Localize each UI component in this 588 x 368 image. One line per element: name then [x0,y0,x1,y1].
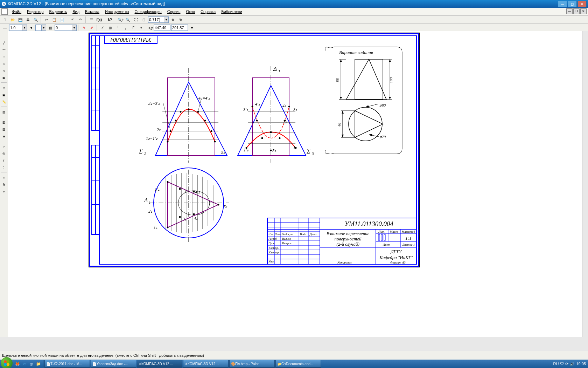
task-item[interactable]: ✳КОМПАС-3D V12 ... [183,360,229,368]
expand-icon[interactable]: » [1,189,7,195]
mdi-minimize[interactable]: — [566,8,573,14]
menu-select[interactable]: Выделить [46,9,70,14]
eraser-icon[interactable]: ✎ [80,24,88,31]
aux-icon[interactable]: ✦ [138,24,145,31]
measure-tool-icon[interactable]: 📏 [1,99,7,105]
misc1-icon[interactable]: ○ [1,143,7,150]
round-icon[interactable]: Г [130,24,137,31]
mdi-restore[interactable]: ❐ [573,8,580,14]
tray-clock[interactable]: 19:05 [576,362,586,366]
redo-icon[interactable]: ↷ [77,16,84,23]
zoom-input[interactable] [148,16,164,23]
menu-window[interactable]: Окно [183,9,198,14]
menu-spec[interactable]: Спецификация [132,9,164,14]
layer-input[interactable] [55,25,72,31]
mdi-close[interactable]: ✕ [580,8,587,14]
local-sys-icon[interactable]: ┌ [122,24,129,31]
menu-insert[interactable]: Вставка [82,9,102,14]
task-item[interactable]: 📄УсловияЗад.doc -... [91,360,136,368]
menu-service[interactable]: Сервис [164,9,183,14]
menu-edit[interactable]: Редактор [24,9,46,14]
copy-icon[interactable]: 📋 [51,16,58,23]
zoom-in-icon[interactable]: 🔍+ [117,16,124,23]
menu-view[interactable]: Вид [70,9,82,14]
open-icon[interactable]: 📂 [9,16,16,23]
ortho-icon[interactable]: └ [114,24,121,31]
maximize-button[interactable]: ◻ [568,1,577,7]
spec-tool-icon[interactable]: ▥ [1,119,7,125]
misc5-icon[interactable]: ≡ [1,175,7,181]
task-item[interactable]: 🎨Пл.bmp - Paint [229,360,275,368]
layer-swatch-drop[interactable]: ▼ [42,25,46,31]
menu-help[interactable]: Справка [198,9,218,14]
ql-firefox-icon[interactable]: 🦊 [14,361,21,367]
line-tool-icon[interactable]: ╱ [1,40,7,46]
param-tool-icon[interactable]: ▣ [1,92,7,98]
task-item[interactable]: 📄Т-К2-2011.doc - M... [44,360,90,368]
rough-tool-icon[interactable]: ▽ [1,61,7,67]
zoom-window-icon[interactable]: ⛶ [133,16,140,23]
table-tool-icon[interactable]: ▦ [1,75,7,81]
svg-rect-2 [99,36,416,264]
lineweight-input[interactable] [9,25,22,31]
cut-icon[interactable]: ✂ [43,16,50,23]
svg-text:(2-й случай): (2-й случай) [336,241,359,247]
menu-libs[interactable]: Библиотеки [218,9,245,14]
insert-tool-icon[interactable]: ◈ [1,133,7,139]
zoom-dropdown[interactable]: ▼ [164,16,169,23]
misc2-icon[interactable]: ◎ [1,150,7,157]
assoc-tool-icon[interactable]: ▤ [1,109,7,115]
dim-tool-icon[interactable]: ↔ [1,54,7,60]
canvas[interactable]: УМ11.011300.004 [8,31,588,352]
text-tool-icon[interactable]: A [1,68,7,74]
ql-explorer-icon[interactable]: 📁 [35,361,42,367]
layer-swatch[interactable] [35,25,42,31]
paste-icon[interactable]: 📄 [58,16,65,23]
pan-icon[interactable]: ✥ [169,16,176,23]
undo-icon[interactable]: ↶ [69,16,76,23]
close-button[interactable]: ✕ [578,1,587,7]
tray-shield-icon[interactable]: 🛡 [560,362,564,366]
menu-tools[interactable]: Инструменты [102,9,132,14]
ql-ie-icon[interactable]: e [21,361,28,367]
ql-chrome-icon[interactable]: ◎ [28,361,35,367]
layers-icon[interactable]: ▤ [47,24,54,31]
tray-volume-icon[interactable]: 🔊 [570,362,575,366]
zoom-out-icon[interactable]: 🔍- [125,16,132,23]
layer-dropdown[interactable]: ▼ [72,25,77,31]
save-icon[interactable]: 💾 [17,16,24,23]
refresh-icon[interactable]: ↻ [177,16,184,23]
misc4-icon[interactable]: ) [1,164,7,171]
color-icon[interactable]: ▾ [28,24,35,31]
snap-angle-icon[interactable]: ∠ [99,24,106,31]
linestyle-icon[interactable]: — [1,24,8,31]
edit-tool-icon[interactable]: ◇ [1,85,7,91]
tray-lang[interactable]: RU [553,362,559,366]
vscrollbar[interactable] [582,31,588,346]
preview-icon[interactable]: 🔍 [32,16,39,23]
eraser2-icon[interactable]: ✐ [88,24,95,31]
task-item[interactable]: ✳КОМПАС-3D V12 ... [137,360,182,368]
curve-tool-icon[interactable]: 〰 [1,47,7,53]
coord-lock-icon[interactable]: ▾ [189,24,196,31]
task-item[interactable]: 📁C:\Documents and... [275,360,321,368]
new-icon[interactable]: 🗋 [1,16,8,23]
svg-point-126 [279,137,281,139]
point-tool-icon[interactable]: · [1,33,7,39]
zoom-fit-icon[interactable]: ⊡ [140,16,147,23]
lineweight-dropdown[interactable]: ▼ [22,25,27,31]
coord-y[interactable] [171,25,188,31]
help-icon[interactable]: k? [106,16,113,23]
prop-icon[interactable]: ☰ [88,16,95,23]
misc6-icon[interactable]: ₪ [1,182,7,188]
report-tool-icon[interactable]: ▧ [1,126,7,132]
minimize-button[interactable]: — [558,1,567,7]
snap-grid-icon[interactable]: ⊞ [107,24,114,31]
misc3-icon[interactable]: ( [1,157,7,164]
tray-update-icon[interactable]: ⟳ [565,362,568,366]
print-icon[interactable]: 🖶 [24,16,31,23]
menu-file[interactable]: Файл [9,9,24,14]
start-button[interactable] [1,357,13,368]
var-icon[interactable]: f(x) [96,16,103,23]
coord-x[interactable] [154,25,170,31]
